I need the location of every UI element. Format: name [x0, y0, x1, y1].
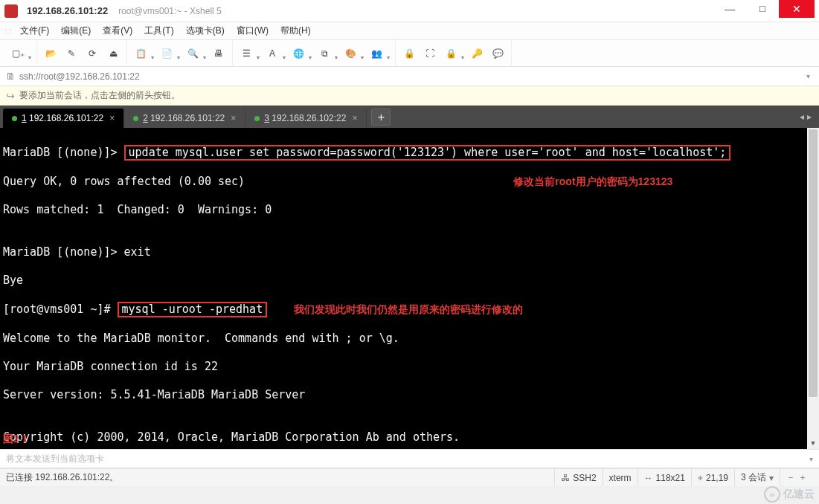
highlighted-command-1: update mysql.user set password=password(… — [124, 145, 731, 161]
minimize-button[interactable]: — — [713, 0, 746, 18]
status-plus-icon[interactable]: ＋ — [798, 471, 807, 484]
watermark-icon: ∞ — [764, 486, 780, 503]
annotation-2: 我们发现此时我们仍然是用原来的密码进行修改的 — [294, 303, 523, 315]
tab-status-dot — [254, 116, 260, 121]
new-session-icon[interactable]: ▢₊ — [8, 44, 28, 63]
lock-icon: 🗎 — [6, 71, 16, 82]
tab-add-button[interactable]: + — [371, 109, 391, 126]
find-icon[interactable]: 🔍 — [183, 44, 202, 63]
size-icon: ↔ — [644, 473, 653, 483]
tab-session-3[interactable]: 3 192.168.26.102:22 × — [245, 109, 367, 128]
sessions-dropdown-icon[interactable]: ▾ — [769, 473, 774, 483]
fullscreen-icon[interactable]: ⛶ — [420, 44, 440, 63]
menu-bar: ⋮⋮ 文件(F) 编辑(E) 查看(V) 工具(T) 选项卡(B) 窗口(W) … — [0, 22, 819, 40]
grip-icon: ⋮⋮ — [3, 28, 12, 34]
cursor-icon: ⌖ — [698, 473, 703, 483]
status-cursor: 21,19 — [706, 473, 728, 483]
terminal-scrollbar[interactable]: ▲ ▼ — [807, 128, 819, 449]
close-button[interactable]: ✕ — [779, 0, 815, 18]
key-icon[interactable]: 🔑 — [467, 44, 486, 63]
color-icon[interactable]: 🎨 — [341, 44, 360, 63]
compose-input-bar[interactable]: 将文本发送到当前选项卡 ▾ — [0, 449, 819, 468]
font-icon[interactable]: A — [263, 44, 282, 63]
scroll-down-icon[interactable]: ▼ — [807, 437, 819, 449]
menu-view[interactable]: 查看(V) — [97, 23, 138, 39]
address-bar[interactable]: 🗎 ssh://root@192.168.26.101:22 ▾ — [0, 67, 819, 86]
reconnect-icon[interactable]: ⟳ — [83, 44, 102, 63]
users-icon[interactable]: 👥 — [367, 44, 386, 63]
tab-status-dot — [12, 116, 17, 121]
tab-status-dot — [133, 116, 138, 121]
tab-close-icon[interactable]: × — [109, 113, 115, 123]
status-size: 118x21 — [656, 473, 685, 483]
tab-session-1[interactable]: 1 192.168.26.101:22 × — [3, 109, 124, 128]
lock-icon[interactable]: 🔒 — [399, 44, 419, 63]
window-host-title: 192.168.26.101:22 — [27, 5, 108, 16]
transfer-icon[interactable]: 🔒 — [441, 44, 460, 63]
annotation-1: 修改当前root用户的密码为123123 — [513, 175, 672, 187]
tab-close-icon[interactable]: × — [352, 113, 357, 123]
address-dropdown-icon[interactable]: ▾ — [803, 72, 813, 80]
protocol-icon: 🖧 — [561, 473, 570, 483]
status-connection: 已连接 192.168.26.101:22。 — [6, 471, 118, 484]
status-protocol: SSH2 — [573, 473, 596, 483]
hint-text: 要添加当前会话，点击左侧的箭头按钮。 — [19, 89, 180, 102]
hint-bar: ↪ 要添加当前会话，点击左侧的箭头按钮。 — [0, 86, 819, 106]
tab-nav-right-icon[interactable]: ▸ — [807, 112, 812, 122]
print-icon[interactable]: 🖶 — [209, 44, 228, 63]
scrollbar-thumb[interactable] — [809, 129, 818, 397]
open-icon[interactable]: 📂 — [41, 44, 60, 63]
status-bar: 已连接 192.168.26.101:22。 🖧SSH2 xterm ↔118x… — [0, 468, 819, 486]
group2-copy-icon[interactable]: 📋 — [131, 44, 150, 63]
address-url: ssh://root@192.168.26.101:22 — [19, 71, 140, 82]
terminal-type-icon[interactable]: ⧉ — [315, 44, 334, 63]
session-tab-bar: 1 192.168.26.101:22 × 2 192.168.26.101:2… — [0, 106, 819, 128]
properties-icon[interactable]: ☰ — [237, 44, 256, 63]
menu-file[interactable]: 文件(F) — [15, 23, 54, 39]
tab-close-icon[interactable]: × — [231, 113, 236, 123]
menu-tools[interactable]: 工具(T) — [139, 23, 179, 39]
menu-window[interactable]: 窗口(W) — [231, 23, 274, 39]
window-sub-title: root@vms001:~ - Xshell 5 — [118, 6, 222, 16]
tab-nav-left-icon[interactable]: ◂ — [800, 112, 804, 122]
disconnect-icon[interactable]: ⏏ — [103, 44, 123, 63]
app-icon — [4, 4, 18, 18]
compose-placeholder: 将文本发送到当前选项卡 — [6, 453, 104, 465]
status-sessions: 3 会话 — [741, 471, 766, 484]
watermark: ∞ 亿速云 — [764, 486, 815, 503]
menu-help[interactable]: 帮助(H) — [275, 23, 316, 39]
add-session-icon[interactable]: ↪ — [6, 90, 15, 102]
figure-label: 图2-1 — [3, 432, 28, 446]
maximize-button[interactable]: ☐ — [746, 0, 779, 18]
status-minus-icon[interactable]: － — [786, 471, 795, 484]
paste-icon[interactable]: 📄 — [157, 44, 176, 63]
window-title-bar: 192.168.26.101:22 root@vms001:~ - Xshell… — [0, 0, 819, 22]
tab-session-2[interactable]: 2 192.168.26.101:22 × — [124, 109, 245, 128]
toolbar: ▢₊📂✎⟳⏏📋📄🔍🖶☰A🌐⧉🎨👥🔒⛶🔒🔑💬 — [0, 40, 819, 67]
help-icon[interactable]: 💬 — [488, 44, 507, 63]
compose-dropdown-icon[interactable]: ▾ — [809, 455, 813, 463]
terminal-output[interactable]: MariaDB [(none)]> update mysql.user set … — [0, 128, 819, 449]
highlighted-command-2: mysql -uroot -predhat — [118, 302, 268, 317]
globe-icon[interactable]: 🌐 — [289, 44, 308, 63]
send-icon[interactable]: ✎ — [62, 44, 81, 63]
menu-edit[interactable]: 编辑(E) — [56, 23, 96, 39]
menu-tabs[interactable]: 选项卡(B) — [181, 23, 230, 39]
status-term: xterm — [609, 473, 632, 483]
